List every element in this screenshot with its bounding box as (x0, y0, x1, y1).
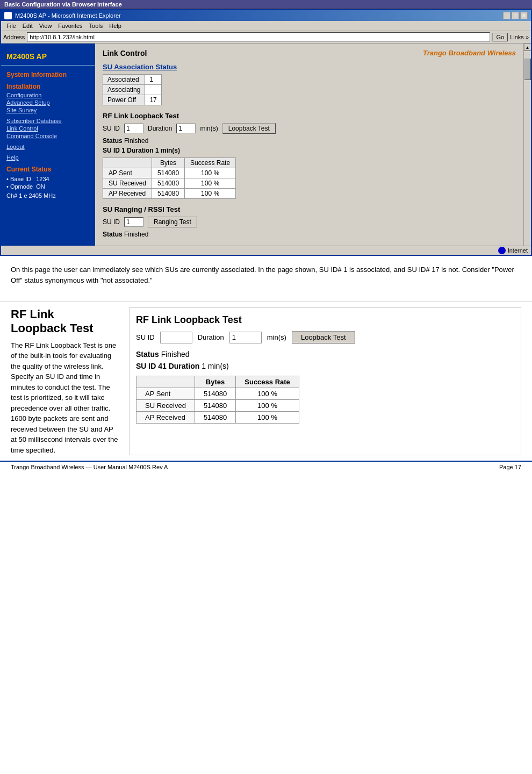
table-row: AP Received 514080 100 % (103, 189, 236, 199)
brand-text: Trango Broadband Wireless (423, 49, 516, 57)
assoc-label-poweroff: Power Off (103, 95, 145, 105)
ranging-status-line: Status Finished (103, 231, 516, 238)
sidebar-item-logout[interactable]: Logout (1, 143, 95, 150)
rf-su-id-label: SU ID (136, 333, 155, 341)
close-button[interactable]: ✕ (520, 12, 528, 19)
ranging-su-id-input[interactable] (124, 217, 143, 227)
su-id-input[interactable] (124, 124, 143, 133)
menu-tools[interactable]: Tools (86, 22, 106, 30)
association-table: Associated 1 Associating Power Off 17 (103, 74, 162, 105)
rf-su-id-input[interactable] (160, 332, 192, 343)
row-ap-sent-bytes: 514080 (152, 168, 185, 178)
col-header-bytes: Bytes (152, 158, 185, 168)
rf-duration-label: Duration (198, 333, 224, 341)
assoc-value-associated: 1 (145, 75, 161, 85)
scroll-thumb[interactable] (524, 59, 531, 80)
row-ap-received-rate: 100 % (185, 189, 236, 199)
doc-paragraph: On this page the user can immediately se… (11, 264, 521, 285)
rf-duration-input[interactable] (229, 332, 262, 343)
duration-label: Duration (148, 125, 172, 132)
loopback-test-button[interactable]: Loopback Test (222, 123, 276, 134)
menu-favorites[interactable]: Favorites (55, 22, 85, 30)
rf-su-received-rate: 100 % (236, 400, 299, 412)
ranging-title: SU Ranging / RSSI Test (103, 205, 516, 213)
scrollbar[interactable]: ▲ (523, 44, 531, 246)
rf-link-left-text: The RF Link Loopback Test is one of the … (11, 340, 118, 456)
links-label[interactable]: Links » (510, 34, 529, 40)
sidebar-item-site-survey[interactable]: Site Survey (1, 106, 95, 114)
rf-ap-sent-rate: 100 % (236, 388, 299, 400)
sidebar-system-info[interactable]: System Information (1, 68, 95, 80)
internet-icon (498, 247, 506, 254)
rf-link-left: RF LinkLoopback Test The RF Link Loopbac… (11, 307, 118, 455)
browser-titlebar-left: M2400S AP - Microsoft Internet Explorer (4, 12, 121, 19)
sidebar-item-configuration[interactable]: Configuration (1, 91, 95, 99)
table-row: Bytes Success Rate (136, 376, 299, 388)
statusbar-right: Internet (498, 247, 528, 254)
rf-su-duration-id: 41 (158, 362, 167, 370)
rf-status: Status Finished (136, 350, 514, 359)
browser-title: M2400S AP - Microsoft Internet Explorer (15, 12, 121, 19)
footer-right: Page 17 (499, 464, 521, 470)
sidebar-opmode: • Opmode ON (1, 183, 95, 190)
rf-col-bytes: Bytes (195, 376, 235, 388)
scroll-up-arrow[interactable]: ▲ (524, 44, 531, 51)
address-input[interactable] (27, 32, 490, 42)
sidebar-current-status: Current Status (1, 161, 95, 175)
row-su-received-rate: 100 % (185, 178, 236, 189)
table-row: Power Off 17 (103, 95, 162, 105)
table-row: Associating (103, 85, 162, 95)
results-table: Bytes Success Rate AP Sent 514080 100 % … (103, 157, 236, 199)
content-row: M2400S AP System Information Installatio… (1, 44, 531, 246)
restore-button[interactable]: □ (512, 12, 519, 19)
menu-file[interactable]: File (3, 22, 19, 30)
rf-ap-sent-bytes: 514080 (195, 388, 235, 400)
row-ap-sent-label: AP Sent (103, 168, 152, 178)
sidebar-item-link-control[interactable]: Link Control (1, 125, 95, 132)
su-association-title: SU Association Status (103, 63, 516, 71)
rf-results-table: Bytes Success Rate AP Sent 514080 100 % … (136, 376, 299, 424)
rf-form-row: SU ID Duration min(s) Loopback Test (103, 123, 516, 134)
minimize-button[interactable]: _ (503, 12, 511, 19)
sidebar: M2400S AP System Information Installatio… (1, 44, 95, 246)
browser-controls[interactable]: _ □ ✕ (503, 12, 528, 19)
rf-su-duration-value: 1 min(s) (202, 362, 229, 370)
browser-titlebar: M2400S AP - Microsoft Internet Explorer … (1, 10, 531, 21)
menu-help[interactable]: Help (106, 22, 125, 30)
browser-icon (4, 12, 12, 19)
duration-input[interactable] (176, 124, 196, 133)
rf-mins-label: min(s) (267, 333, 286, 341)
status-line: Status Finished (103, 137, 516, 145)
rf-status-label: Status (136, 350, 159, 359)
content-title: Link Control (103, 49, 147, 58)
rf-su-received-label: SU Received (136, 400, 195, 412)
menu-edit[interactable]: Edit (19, 22, 36, 30)
table-row: SU Received 514080 100 % (103, 178, 236, 189)
sidebar-item-subscriber-database[interactable]: Subscriber Database (1, 117, 95, 125)
ranging-su-id-label: SU ID (103, 218, 120, 226)
status-value: Finished (124, 137, 148, 145)
rf-ap-received-label: AP Received (136, 412, 195, 424)
row-ap-sent-rate: 100 % (185, 168, 236, 178)
sidebar-installation[interactable]: Installation (1, 80, 95, 91)
su-id-duration: SU ID 1 Duration 1 min(s) (103, 147, 180, 154)
assoc-value-associating (145, 85, 161, 95)
go-button[interactable]: Go (492, 33, 508, 41)
col-header-empty (103, 158, 152, 168)
sidebar-item-advanced-setup[interactable]: Advanced Setup (1, 99, 95, 106)
rf-loopback-button[interactable]: Loopback Test (292, 331, 355, 343)
ranging-test-button[interactable]: Ranging Test (148, 217, 197, 227)
mins-label: min(s) (200, 125, 218, 132)
sidebar-base-id: • Base ID 1234 (1, 175, 95, 183)
ranging-section: SU Ranging / RSSI Test SU ID Ranging Tes… (103, 205, 516, 238)
sidebar-item-help[interactable]: Help (1, 154, 95, 161)
table-row: AP Sent 514080 100 % (103, 168, 236, 178)
table-row: AP Received 514080 100 % (136, 412, 299, 424)
rf-link-right: RF Link Loopback Test SU ID Duration min… (129, 307, 521, 455)
menu-view[interactable]: View (36, 22, 55, 30)
assoc-label-associating: Associating (103, 85, 145, 95)
table-row: SU Received 514080 100 % (136, 400, 299, 412)
sidebar-item-command-console[interactable]: Command Console (1, 132, 95, 140)
su-id-label: SU ID (103, 125, 120, 132)
ranging-status-label: Status (103, 231, 123, 238)
